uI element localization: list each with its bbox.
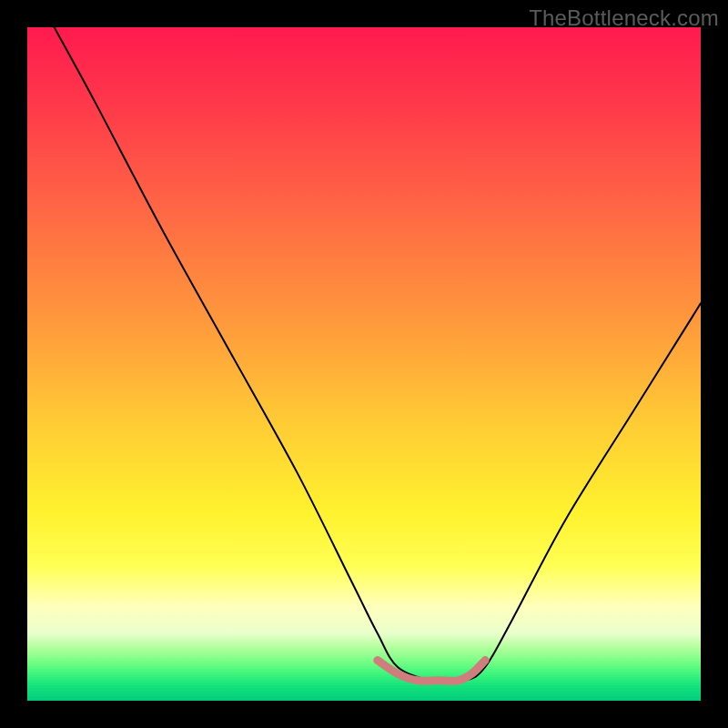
chart-frame: TheBottleneck.com (0, 0, 728, 728)
heat-gradient-background (27, 27, 701, 701)
plot-area (27, 27, 701, 701)
